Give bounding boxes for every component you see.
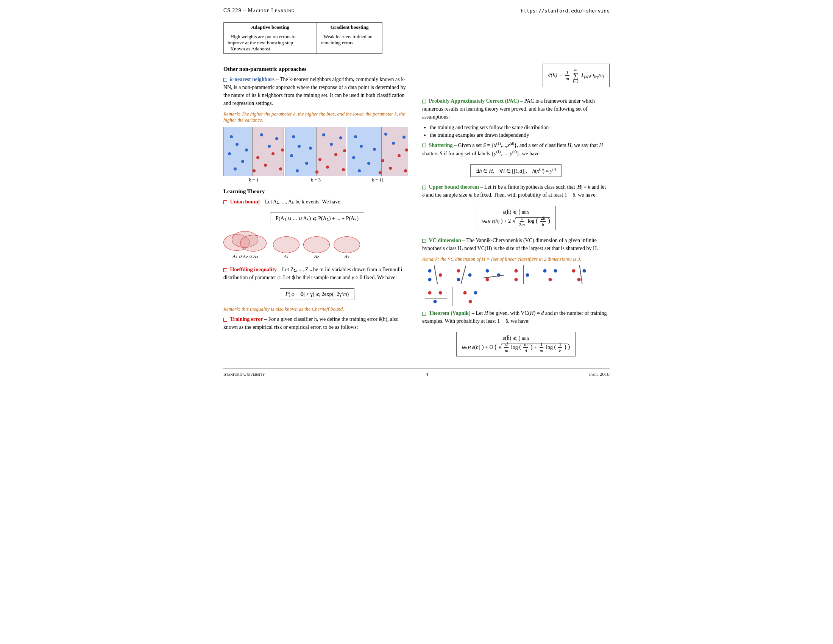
- hoeffding-remark: Remark: this inequality is also known as…: [224, 306, 411, 312]
- union-overlap-group: A₁ ∪ A₂ ∪ A₃: [224, 231, 267, 259]
- shattering-title: Shattering: [429, 142, 453, 148]
- vapnik-concept: Theorem (Vapnik) – Let H be given, with …: [422, 309, 609, 325]
- knn-dot: [379, 171, 382, 174]
- vc-dot: [428, 269, 432, 272]
- vc-dot: [439, 273, 442, 277]
- knn-canvas-11: [347, 127, 408, 176]
- vc-dot: [468, 273, 472, 277]
- knn-dot: [334, 153, 338, 156]
- vc-dot: [428, 278, 432, 281]
- vc-line: [434, 265, 438, 284]
- hoeffding-formula-box: P(|φ − φ̂| > γ) ⩽ 2exp(−2γ²m): [224, 285, 411, 303]
- vc-line: [523, 265, 524, 284]
- knn-dot: [381, 159, 384, 162]
- footer-page: 4: [265, 371, 589, 377]
- knn-dot: [315, 171, 318, 174]
- knn-boundary-3: [316, 127, 317, 176]
- train-err-indicator: 1{h(x(i))≠y(i)}: [581, 72, 604, 78]
- knn-dot: [228, 152, 231, 155]
- knn-square-icon: [224, 78, 227, 82]
- section-nonparametric: Other non-parametric approaches: [224, 66, 411, 72]
- right-column: ê(h) = 1 m m ∑ i=1 1{h(x(i))≠y(i)} Proba…: [422, 61, 609, 362]
- upper-bound-concept: Upper bound theorem – Let H be a finite …: [422, 183, 609, 199]
- ellipse-single-a1: [273, 237, 299, 253]
- knn-dot: [326, 166, 329, 169]
- knn-dot: [354, 135, 357, 138]
- pac-title: Probably Approximately Correct (PAC): [429, 98, 519, 104]
- vapnik-formula: ε(ĥ) ⩽ ( minh∈H ε(h) ) + O ( √ d m log (…: [456, 332, 576, 356]
- knn-dot: [309, 147, 312, 150]
- union-formula-box: P(A₁ ∪ ... ∪ Aₖ) ⩽ P(A₁) + ... + P(Aₖ): [224, 209, 411, 227]
- knn-dot: [234, 167, 236, 171]
- vc-concept: VC dimension – The Vapnik-Chervonenkis (…: [422, 237, 609, 252]
- upper-bound-formula-box: ε(ĥ) ⩽ ( minh∈H ε(h) ) + 2 √ 1 2m log (: [422, 203, 609, 233]
- knn-dot: [318, 158, 322, 161]
- knn-boundary-11: [381, 127, 382, 176]
- vc-dot: [515, 278, 518, 281]
- knn-dot: [392, 142, 395, 145]
- union-text: – Let A₁, ..., Aₖ be k events. We have:: [261, 199, 341, 204]
- union-square-icon: [224, 200, 227, 204]
- knn-dot: [402, 135, 405, 138]
- vc-line: [425, 298, 447, 299]
- train-err-frac: 1 m: [565, 69, 570, 82]
- boosting-table: Adaptive boosting Gradient boosting - Hi…: [224, 23, 383, 54]
- knn-panel-11: k = 11: [347, 127, 408, 183]
- train-err-sum: m ∑ i=1: [573, 67, 579, 84]
- knn-dot: [342, 168, 345, 171]
- vc-panel-2: [451, 265, 477, 284]
- knn-label-3: k = 3: [286, 177, 346, 183]
- vc-panel-6: [566, 265, 592, 284]
- knn-dot: [397, 154, 400, 157]
- left-column: Other non-parametric approaches k-neares…: [224, 61, 411, 362]
- pac-bullet-2: the training examples are drawn independ…: [430, 132, 609, 138]
- vc-panel-7: [422, 287, 448, 306]
- single-a1-label: A₁: [284, 254, 288, 259]
- vc-dot: [486, 278, 489, 281]
- vc-panel-5: [537, 265, 563, 284]
- knn-dot: [360, 145, 363, 148]
- vc-dot: [548, 278, 552, 281]
- training-error-concept: Training error – For a given classifier …: [224, 315, 411, 331]
- table-header-adaptive: Adaptive boosting: [224, 23, 317, 32]
- pac-bullet-1: the training and testing sets follow the…: [430, 125, 609, 131]
- knn-dot: [343, 149, 346, 152]
- union-title: Union bound: [230, 199, 260, 204]
- training-err-formula: ê(h) = 1 m m ∑ i=1 1{h(x(i))≠y(i)}: [543, 64, 609, 87]
- union-bound-concept: Union bound – Let A₁, ..., Aₖ be k event…: [224, 198, 411, 206]
- vc-panel-4: [508, 265, 534, 284]
- vc-square-icon: [422, 239, 426, 243]
- vc-title: VC dimension: [429, 238, 461, 243]
- knn-title: k-nearest neighbors: [230, 77, 275, 82]
- upper-bound-formula: ε(ĥ) ⩽ ( minh∈H ε(h) ) + 2 √ 1 2m log (: [476, 206, 556, 230]
- page-footer: Stanford University 4 Fall 2018: [224, 369, 609, 377]
- knn-dot: [292, 135, 295, 138]
- vapnik-title: Theorem (Vapnik): [429, 310, 471, 316]
- vc-dot: [526, 273, 529, 277]
- knn-dot: [281, 148, 284, 151]
- ellipse-a3: [240, 235, 267, 251]
- single-a1: A₁: [273, 237, 299, 259]
- vc-visualization: [422, 265, 609, 306]
- vc-dot: [474, 291, 478, 295]
- single-a3: A₃: [334, 237, 360, 259]
- knn-label-1: k = 1: [224, 177, 284, 183]
- course-url: https://stanford.edu/~shervine: [521, 8, 609, 14]
- table-cell-gradient: - Weak learners trained on remaining err…: [317, 32, 383, 54]
- training-err-formula-section: ê(h) = 1 m m ∑ i=1 1{h(x(i))≠y(i)}: [422, 64, 609, 92]
- knn-region-blue-1: [224, 127, 252, 176]
- knn-dot: [373, 148, 376, 151]
- vc-line: [579, 265, 582, 284]
- union-ellipses: [224, 231, 267, 254]
- hoeffding-formula: P(|φ − φ̂| > γ) ⩽ 2exp(−2γ²m): [280, 288, 355, 300]
- upper-bound-title: Upper bound theorem: [429, 184, 479, 190]
- vc-dot: [515, 269, 518, 272]
- knn-dot: [230, 135, 233, 138]
- upper-bound-square-icon: [422, 186, 426, 189]
- knn-dot: [260, 134, 263, 136]
- vc-dot: [428, 291, 432, 295]
- knn-dot: [279, 167, 282, 171]
- section-learning-theory: Learning Theory: [224, 188, 411, 195]
- shattering-formula-box: ∃h ∈ H, ∀i ∈ [[1,d]], h(x(i)) = y(i): [422, 161, 609, 180]
- knn-dot: [241, 160, 244, 163]
